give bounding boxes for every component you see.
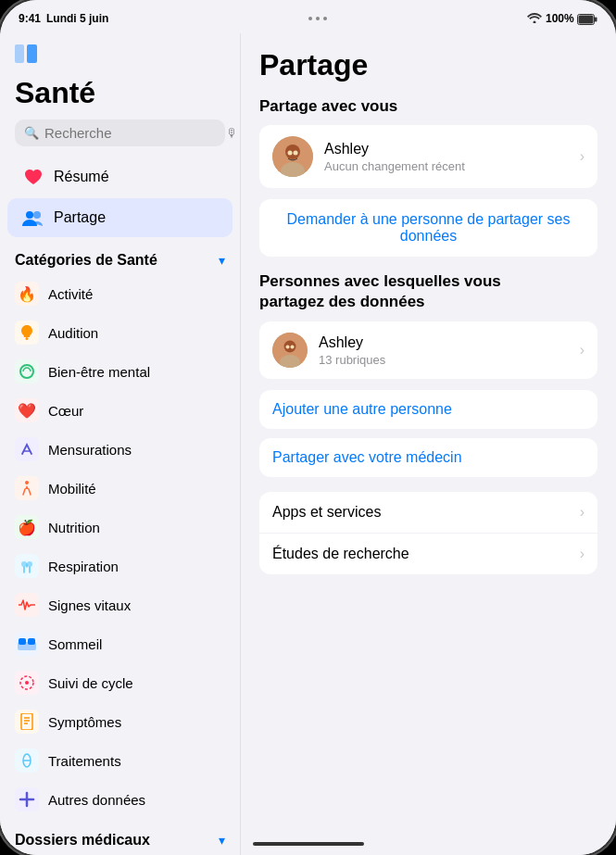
battery-icon: 100% (546, 12, 597, 25)
svg-rect-16 (28, 638, 35, 645)
traitements-icon (15, 748, 39, 773)
svg-rect-5 (27, 44, 37, 63)
svg-point-18 (25, 681, 29, 685)
symptomes-icon (15, 710, 39, 734)
ashley-share-row[interactable]: Ashley Aucun changement récent › (259, 125, 597, 188)
category-mobilite[interactable]: Mobilité (0, 469, 240, 508)
mobilite-label: Mobilité (48, 481, 96, 497)
bien-etre-label: Bien-être mental (48, 364, 150, 380)
more-options-card: Apps et services › Études de recherche › (259, 492, 597, 574)
dossiers-chevron[interactable]: ▾ (219, 833, 225, 848)
category-autres-donnees[interactable]: Autres données (0, 780, 240, 819)
page-title: Partage (259, 48, 597, 82)
suivi-cycle-icon (15, 671, 39, 695)
categories-chevron[interactable]: ▾ (219, 253, 225, 268)
share-with-you-card: Ashley Aucun changement récent › (259, 125, 597, 188)
mic-icon[interactable]: 🎙 (226, 126, 238, 140)
category-traitements[interactable]: Traitements (0, 741, 240, 780)
ashley-sharing-text: Ashley 13 rubriques (319, 334, 569, 367)
category-signes-vitaux[interactable]: Signes vitaux (0, 585, 240, 624)
ashley-sharing-chevron: › (580, 342, 585, 358)
svg-point-9 (20, 365, 33, 378)
category-audition[interactable]: Audition (0, 313, 240, 352)
category-sommeil[interactable]: Sommeil (0, 624, 240, 663)
categories-header: Catégories de Santé ▾ (0, 239, 240, 274)
respiration-icon (15, 554, 39, 578)
audition-label: Audition (48, 325, 98, 341)
ipad-device: 9:41 Lundi 5 juin 100% (0, 0, 616, 855)
audition-icon (15, 321, 39, 345)
ashley-sharing-name: Ashley (319, 334, 569, 351)
date: Lundi 5 juin (46, 12, 108, 25)
avatar-ashley-sharing (272, 333, 308, 368)
share-with-you-section: Partage avec vous (259, 97, 597, 257)
symptomes-label: Symptômes (48, 714, 121, 730)
etudes-recherche-chevron: › (580, 546, 585, 562)
ashley-sharing-sub: 13 rubriques (319, 353, 569, 367)
search-bar[interactable]: 🔍 🎙 (15, 119, 225, 146)
ashley-share-sub: Aucun changement récent (324, 159, 569, 173)
mensurations-icon (15, 437, 39, 461)
svg-point-6 (26, 211, 33, 219)
dossiers-title: Dossiers médicaux (15, 832, 150, 849)
mobilite-icon (15, 476, 39, 500)
share-doctor-btn[interactable]: Partager avec votre médecin (259, 438, 597, 477)
nutrition-label: Nutrition (48, 520, 100, 535)
share-with-you-label: Partage avec vous (259, 97, 597, 116)
apps-services-row[interactable]: Apps et services › (259, 492, 597, 534)
ashley-share-name: Ashley (324, 141, 569, 157)
people-sharing-card: Ashley 13 rubriques › (259, 321, 597, 379)
svg-point-36 (284, 341, 296, 353)
category-bien-etre[interactable]: Bien-être mental (0, 352, 240, 391)
three-dots (308, 17, 327, 20)
bien-etre-icon (15, 359, 39, 383)
category-activite[interactable]: 🔥 Activité (0, 274, 240, 313)
autres-donnees-label: Autres données (48, 792, 145, 808)
svg-point-31 (285, 145, 300, 159)
suivi-cycle-label: Suivi de cycle (48, 675, 133, 691)
category-symptomes[interactable]: Symptômes (0, 702, 240, 741)
sommeil-icon (15, 632, 39, 656)
dossiers-header: Dossiers médicaux ▾ (0, 819, 240, 854)
ashley-share-text: Ashley Aucun changement récent (324, 141, 569, 173)
avatar-ashley-shared (272, 136, 313, 177)
coeur-label: Cœur (48, 403, 83, 419)
nav-partage[interactable]: Partage (7, 198, 233, 237)
category-respiration[interactable]: Respiration (0, 547, 240, 585)
svg-point-38 (286, 346, 290, 349)
search-icon: 🔍 (24, 126, 39, 140)
svg-rect-15 (19, 638, 26, 645)
category-nutrition[interactable]: 🍎 Nutrition (0, 508, 240, 547)
svg-rect-3 (595, 17, 597, 21)
main-layout: Santé 🔍 🎙 Résumé (0, 33, 616, 855)
activite-icon: 🔥 (15, 282, 39, 306)
etudes-recherche-label: Études de recherche (272, 546, 409, 562)
nav-resume[interactable]: Résumé (7, 157, 233, 196)
activite-label: Activité (48, 286, 93, 302)
search-input[interactable] (44, 125, 220, 141)
partage-label: Partage (54, 209, 106, 226)
respiration-label: Respiration (48, 559, 119, 574)
svg-point-39 (291, 346, 295, 349)
home-indicator (253, 842, 364, 846)
ask-person-btn[interactable]: Demander à une personne de partager ses … (259, 199, 597, 257)
add-person-btn[interactable]: Ajouter une autre personne (259, 390, 597, 429)
sidebar-toggle-icon[interactable] (15, 44, 37, 69)
apps-services-chevron: › (580, 504, 585, 521)
svg-point-7 (33, 211, 41, 219)
category-coeur[interactable]: ❤️ Cœur (0, 391, 240, 430)
app-title: Santé (0, 76, 240, 119)
svg-point-0 (533, 20, 535, 23)
partage-icon (22, 207, 44, 229)
sidebar-header (0, 44, 240, 76)
etudes-recherche-row[interactable]: Études de recherche › (259, 534, 597, 574)
resume-label: Résumé (54, 169, 109, 185)
apps-services-label: Apps et services (272, 504, 381, 521)
category-mensurations[interactable]: Mensurations (0, 430, 240, 469)
svg-point-8 (26, 337, 29, 340)
ashley-sharing-row[interactable]: Ashley 13 rubriques › (259, 321, 597, 379)
signes-vitaux-label: Signes vitaux (48, 597, 131, 613)
category-suivi-cycle[interactable]: Suivi de cycle (0, 663, 240, 702)
status-bar: 9:41 Lundi 5 juin 100% (0, 0, 616, 33)
svg-point-13 (27, 561, 32, 567)
